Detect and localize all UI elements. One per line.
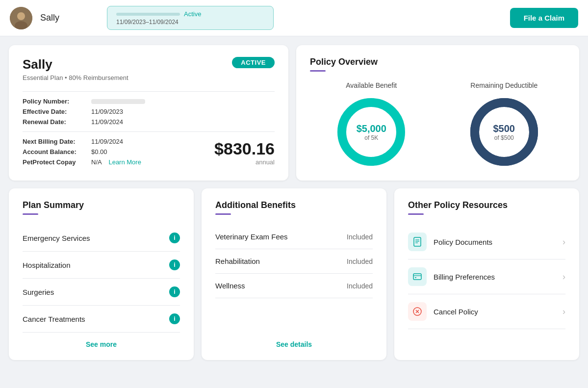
resource-label-documents: Policy Documents (434, 238, 556, 246)
effective-date-label: Effective Date: (23, 108, 91, 115)
info-icon-emergency: i (169, 233, 180, 243)
available-of: of 5K (357, 134, 386, 141)
price-amount: $830.16 (214, 139, 275, 158)
resources-title: Other Policy Resources (408, 200, 565, 210)
resources-underline (408, 213, 424, 215)
info-icon-hospitalization: i (169, 259, 180, 270)
info-icon-cancer: i (169, 313, 180, 324)
deductible-of: of $500 (493, 134, 515, 141)
billing-icon (408, 267, 427, 286)
chevron-right-icon: › (562, 307, 565, 317)
main-content: Sally ACTIVE Essential Plan • 80% Reimbu… (0, 36, 588, 369)
benefit-item-exam: Veterinary Exam Fees Included (215, 225, 373, 249)
resource-label-cancel: Cancel Policy (434, 308, 556, 316)
avatar (10, 7, 32, 29)
policy-number-blurred (116, 13, 180, 16)
petprotect-value: N/A Learn More (91, 158, 141, 166)
benefit-status: Included (347, 282, 373, 290)
renewal-date-value: 11/09/2024 (91, 118, 275, 126)
svg-rect-7 (414, 237, 421, 246)
additional-benefits-card: Additional Benefits Veterinary Exam Fees… (202, 188, 386, 360)
benefits-underline (215, 213, 231, 215)
active-badge: ACTIVE (232, 57, 275, 68)
resource-item-documents[interactable]: Policy Documents › (408, 225, 565, 259)
learn-more-link[interactable]: Learn More (108, 158, 141, 166)
policy-dates: 11/09/2023–11/09/2024 (116, 19, 264, 26)
user-name: Sally (40, 13, 99, 23)
policy-details: Policy Number: Effective Date: 11/09/202… (23, 98, 275, 126)
overview-title: Policy Overview (310, 57, 565, 67)
summary-item-hospitalization[interactable]: Hospitalization i (23, 252, 180, 279)
resource-item-cancel[interactable]: Cancel Policy › (408, 294, 565, 329)
summary-item-label: Surgeries (23, 288, 54, 296)
billing-price-row: Next Billing Date: 11/09/2024 Account Ba… (23, 138, 275, 166)
remaining-deductible-chart: Remaining Deductible $500 of $500 (467, 81, 541, 169)
overview-underline (310, 70, 326, 72)
remaining-deductible-label: Remaining Deductible (470, 81, 537, 89)
policy-number-label: Policy Number: (23, 98, 91, 105)
see-more-link[interactable]: See more (23, 340, 180, 348)
cancel-icon (408, 302, 427, 321)
policy-holder-name: Sally (23, 57, 52, 72)
available-benefit-chart: Available Benefit $5,000 of 5K (334, 81, 408, 169)
chevron-right-icon: › (562, 272, 565, 282)
benefits-title: Additional Benefits (215, 200, 373, 210)
file-claim-button[interactable]: File a Claim (510, 8, 578, 28)
resource-item-billing[interactable]: Billing Preferences › (408, 259, 565, 294)
summary-item-label: Cancer Treatments (23, 315, 85, 323)
policy-card: Sally ACTIVE Essential Plan • 80% Reimbu… (9, 45, 288, 181)
deductible-amount: $500 (493, 123, 515, 134)
price-section: $830.16 annual (214, 139, 275, 166)
benefit-label: Wellness (215, 282, 245, 290)
svg-point-1 (17, 12, 25, 20)
plan-summary-card: Plan Summary Emergency Services i Hospit… (9, 188, 194, 360)
svg-rect-11 (413, 274, 421, 280)
app-header: Sally Active 11/09/2023–11/09/2024 File … (0, 0, 588, 36)
document-icon (408, 233, 427, 251)
billing-details: Next Billing Date: 11/09/2024 Account Ba… (23, 138, 141, 166)
summary-items: Emergency Services i Hospitalization i S… (23, 225, 180, 333)
summary-item-emergency[interactable]: Emergency Services i (23, 225, 180, 252)
benefit-item-wellness: Wellness Included (215, 274, 373, 298)
plan-summary-title: Plan Summary (23, 200, 180, 210)
price-period: annual (256, 158, 275, 166)
resource-label-billing: Billing Preferences (434, 273, 556, 281)
policy-badge: Active 11/09/2023–11/09/2024 (107, 6, 274, 30)
benefit-status: Included (347, 258, 373, 265)
benefit-label: Veterinary Exam Fees (215, 233, 288, 241)
available-benefit-donut: $5,000 of 5K (334, 95, 408, 169)
available-benefit-label: Available Benefit (346, 81, 397, 89)
available-amount: $5,000 (357, 123, 386, 134)
summary-item-label: Emergency Services (23, 234, 90, 242)
account-balance-label: Account Balance: (23, 148, 91, 155)
policy-number-value-blurred (91, 99, 145, 104)
next-billing-value: 11/09/2024 (91, 138, 141, 145)
plan-summary-underline (23, 213, 38, 215)
remaining-deductible-donut: $500 of $500 (467, 95, 541, 169)
top-row: Sally ACTIVE Essential Plan • 80% Reimbu… (9, 45, 579, 181)
policy-overview-card: Policy Overview Available Benefit $5,000… (296, 45, 579, 181)
petprotect-label: PetProtect Copay (23, 158, 91, 166)
chevron-right-icon: › (562, 237, 565, 247)
plan-info: Essential Plan • 80% Reimbursement (23, 74, 275, 81)
renewal-date-label: Renewal Date: (23, 118, 91, 126)
effective-date-value: 11/09/2023 (91, 108, 275, 115)
account-balance-value: $0.00 (91, 148, 141, 155)
charts-row: Available Benefit $5,000 of 5K (310, 81, 565, 169)
summary-item-surgeries[interactable]: Surgeries i (23, 279, 180, 306)
benefit-label: Rehabilitation (215, 257, 260, 265)
policy-status: Active (184, 10, 201, 18)
summary-item-cancer[interactable]: Cancer Treatments i (23, 306, 180, 333)
summary-item-label: Hospitalization (23, 261, 71, 269)
benefit-status: Included (347, 233, 373, 241)
benefit-item-rehab: Rehabilitation Included (215, 249, 373, 274)
next-billing-label: Next Billing Date: (23, 138, 91, 145)
see-details-link[interactable]: See details (215, 340, 373, 348)
info-icon-surgeries: i (169, 286, 180, 297)
bottom-row: Plan Summary Emergency Services i Hospit… (9, 188, 579, 360)
other-policy-resources-card: Other Policy Resources Policy Documents … (394, 188, 579, 360)
